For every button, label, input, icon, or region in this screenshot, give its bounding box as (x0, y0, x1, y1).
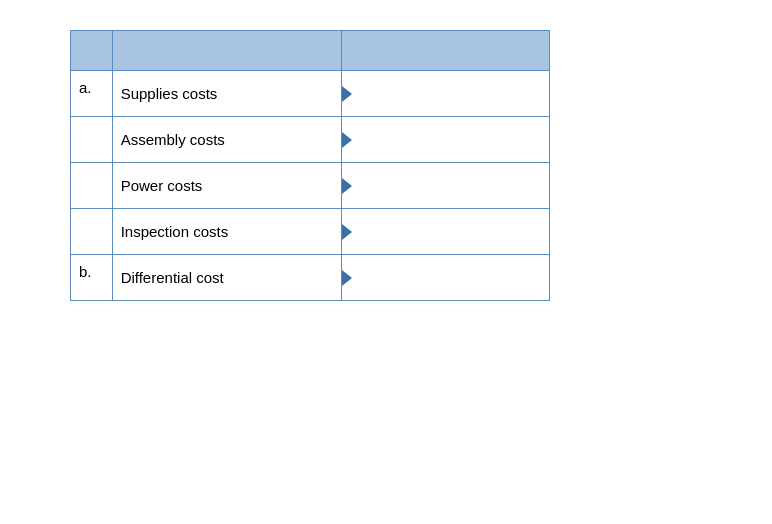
input-cell-differential[interactable] (341, 255, 549, 301)
header-col1 (71, 31, 113, 71)
table-row: a. Supplies costs (71, 71, 550, 117)
row-label-b: b. (71, 255, 113, 301)
row-label-empty3 (71, 209, 113, 255)
row-label-supplies: Supplies costs (112, 71, 341, 117)
row-label-empty2 (71, 163, 113, 209)
row-label-inspection: Inspection costs (112, 209, 341, 255)
table-row: Assembly costs (71, 117, 550, 163)
cost-table: a. Supplies costs Assembly costs (70, 30, 550, 301)
header-col2 (112, 31, 341, 71)
header-row (71, 31, 550, 71)
row-label-differential: Differential cost (112, 255, 341, 301)
input-cell-power[interactable] (341, 163, 549, 209)
power-input[interactable] (350, 177, 541, 194)
header-col3 (341, 31, 549, 71)
row-label-assembly: Assembly costs (112, 117, 341, 163)
row-label-empty1 (71, 117, 113, 163)
row-label-power: Power costs (112, 163, 341, 209)
assembly-input[interactable] (350, 131, 541, 148)
table-row: b. Differential cost (71, 255, 550, 301)
supplies-input[interactable] (350, 85, 541, 102)
input-cell-supplies[interactable] (341, 71, 549, 117)
input-cell-inspection[interactable] (341, 209, 549, 255)
main-container: a. Supplies costs Assembly costs (70, 30, 550, 301)
inspection-input[interactable] (350, 223, 541, 240)
table-row: Inspection costs (71, 209, 550, 255)
input-cell-assembly[interactable] (341, 117, 549, 163)
table-row: Power costs (71, 163, 550, 209)
row-label-a: a. (71, 71, 113, 117)
differential-input[interactable] (350, 269, 541, 286)
